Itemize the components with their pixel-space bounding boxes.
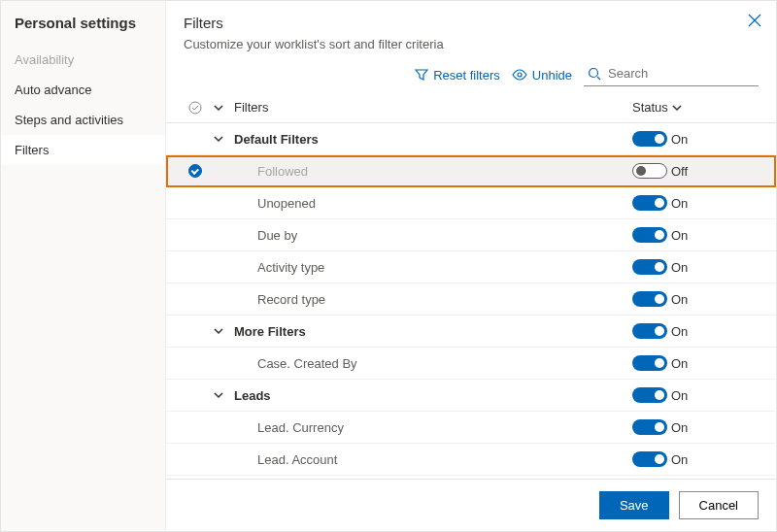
sidebar-nav: AvailabilityAuto advanceSteps and activi… (1, 45, 165, 165)
select-all-checkbox[interactable] (184, 101, 207, 115)
filter-label: Followed (230, 164, 632, 179)
status-toggle[interactable] (632, 131, 667, 147)
filter-group-more-filters[interactable]: More FiltersOn (166, 316, 776, 348)
filter-label: Lead. Currency (230, 420, 632, 435)
filter-group-leads[interactable]: LeadsOn (166, 380, 776, 412)
svg-point-0 (518, 73, 522, 77)
sidebar-item-filters[interactable]: Filters (1, 135, 165, 165)
status-toggle[interactable] (632, 355, 667, 371)
filter-label: More Filters (230, 324, 632, 339)
status-label: On (671, 292, 688, 307)
status-label: Off (671, 164, 688, 179)
filter-label: Record type (230, 292, 632, 307)
expand-toggle[interactable] (207, 134, 230, 144)
status-label: On (671, 324, 688, 339)
filter-label: Case. Created By (230, 356, 632, 371)
filter-item-lead-account[interactable]: Lead. AccountOn (166, 444, 776, 476)
status-label: On (671, 228, 688, 243)
filter-item-case-created-by[interactable]: Case. Created ByOn (166, 348, 776, 380)
filter-rows: Default FiltersOnFollowedOffUnopenedOnDu… (166, 123, 776, 479)
status-toggle[interactable] (632, 419, 667, 435)
status-toggle[interactable] (632, 451, 667, 467)
status-toggle[interactable] (632, 323, 667, 339)
search-icon (588, 67, 601, 81)
page-title: Filters (184, 15, 759, 31)
search-box[interactable] (584, 63, 759, 86)
status-toggle[interactable] (632, 227, 667, 243)
status-toggle[interactable] (632, 195, 667, 211)
search-input[interactable] (606, 65, 742, 82)
filter-icon (415, 68, 428, 82)
status-toggle[interactable] (632, 387, 667, 403)
expand-all-toggle[interactable] (207, 103, 230, 113)
filter-item-followed[interactable]: FollowedOff (166, 155, 776, 187)
main-panel: Filters Customize your worklist's sort a… (166, 1, 776, 531)
expand-toggle[interactable] (207, 326, 230, 336)
status-toggle[interactable] (632, 259, 667, 275)
unhide-label: Unhide (532, 68, 572, 83)
status-label: On (671, 420, 688, 435)
sidebar-item-steps-and-activities[interactable]: Steps and activities (1, 105, 165, 135)
table-header: Filters Status (166, 92, 776, 123)
status-label: On (671, 196, 688, 211)
filter-label: Leads (230, 388, 632, 403)
svg-point-1 (590, 68, 598, 77)
filter-item-record-type[interactable]: Record typeOn (166, 283, 776, 316)
reset-filters-button[interactable]: Reset filters (415, 68, 500, 83)
filter-label: Default Filters (230, 132, 632, 147)
status-label: On (671, 260, 688, 275)
filter-label: Unopened (230, 196, 632, 211)
filter-item-due-by[interactable]: Due byOn (166, 219, 776, 251)
expand-toggle[interactable] (207, 390, 230, 400)
filter-label: Activity type (230, 260, 632, 275)
save-button[interactable]: Save (599, 491, 669, 519)
sidebar-item-availability: Availability (1, 45, 165, 75)
svg-point-2 (189, 102, 201, 114)
sidebar-item-auto-advance[interactable]: Auto advance (1, 75, 165, 105)
filter-label: Due by (230, 228, 632, 243)
status-toggle[interactable] (632, 291, 667, 307)
filter-item-lead-currency[interactable]: Lead. CurrencyOn (166, 412, 776, 444)
eye-icon (512, 69, 527, 81)
row-checkbox[interactable] (184, 164, 207, 178)
unhide-button[interactable]: Unhide (512, 68, 572, 83)
filter-group-default-filters[interactable]: Default FiltersOn (166, 123, 776, 155)
status-label: On (671, 388, 688, 403)
status-label: On (671, 132, 688, 147)
filter-item-unopened[interactable]: UnopenedOn (166, 187, 776, 219)
status-label: On (671, 356, 688, 371)
filter-label: Lead. Account (230, 452, 632, 467)
column-header-status[interactable]: Status (632, 100, 759, 115)
filter-item-activity-type[interactable]: Activity typeOn (166, 251, 776, 283)
page-subtitle: Customize your worklist's sort and filte… (184, 37, 759, 51)
close-icon[interactable] (747, 13, 762, 31)
sidebar-title: Personal settings (1, 15, 165, 45)
sidebar: Personal settings AvailabilityAuto advan… (1, 1, 166, 531)
reset-filters-label: Reset filters (433, 68, 500, 83)
column-header-filters[interactable]: Filters (230, 100, 632, 115)
cancel-button[interactable]: Cancel (679, 491, 759, 519)
chevron-down-icon (672, 103, 682, 113)
status-label: On (671, 452, 688, 467)
status-toggle[interactable] (632, 163, 667, 179)
